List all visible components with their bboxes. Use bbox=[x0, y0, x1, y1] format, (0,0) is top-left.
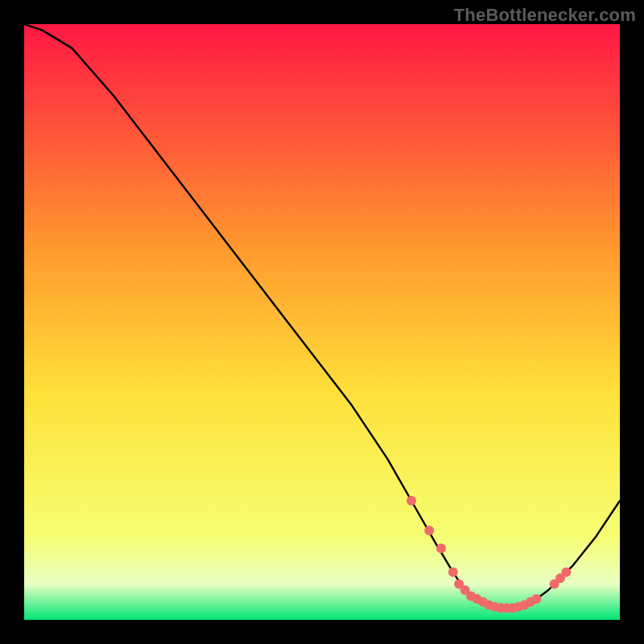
chart-frame: TheBottlenecker.com bbox=[0, 0, 644, 644]
sweet-spot-point bbox=[436, 543, 446, 553]
sweet-spot-point bbox=[561, 568, 571, 577]
plot-area bbox=[24, 24, 620, 620]
gradient-background bbox=[24, 24, 620, 620]
plot-svg bbox=[24, 24, 620, 620]
sweet-spot-point bbox=[424, 526, 434, 535]
watermark-text: TheBottlenecker.com bbox=[454, 5, 636, 26]
sweet-spot-point bbox=[531, 594, 541, 604]
sweet-spot-point bbox=[448, 568, 458, 577]
sweet-spot-point bbox=[407, 496, 416, 506]
